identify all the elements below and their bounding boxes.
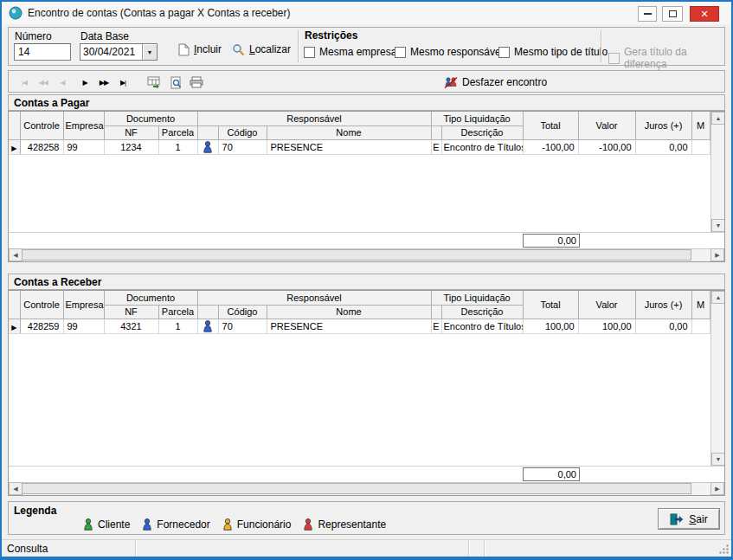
export-grid-button[interactable] — [144, 74, 163, 91]
col-header-tipo-liquidacao: Tipo Liquidação — [431, 291, 523, 305]
indicator-column-header — [9, 112, 20, 139]
sair-label: Sair — [689, 513, 707, 525]
cell-juros: 0,00 — [635, 139, 691, 154]
col-header-descricao: Descrição — [441, 126, 523, 139]
incluir-label: Incluir — [194, 43, 222, 55]
col-header-documento: Documento — [104, 112, 197, 126]
incluir-button[interactable]: Incluir — [178, 38, 222, 61]
table-row[interactable]: ▶ 428259 99 4321 1 70 PRESENCE — [9, 319, 710, 333]
cell-tipo: E — [431, 319, 441, 333]
cell-juros: 0,00 — [635, 319, 691, 333]
cell-valor: -100,00 — [578, 139, 635, 154]
scroll-down-icon[interactable] — [711, 453, 724, 466]
cell-controle: 428258 — [20, 139, 63, 154]
legend-item-cliente: Cliente — [83, 518, 130, 531]
vertical-scrollbar[interactable] — [710, 291, 724, 466]
cell-parcela: 1 — [158, 319, 197, 333]
export-grid-icon — [147, 76, 160, 88]
window-title: Encontro de contas (Contas a pagar X Con… — [28, 7, 291, 19]
nav-fast-next-icon[interactable]: ▶▶ — [95, 74, 113, 91]
col-header-parcela: Parcela — [158, 126, 197, 139]
scroll-left-icon[interactable] — [9, 248, 23, 261]
col-header-empresa: Empresa — [63, 112, 104, 139]
scrollbar-thumb[interactable] — [22, 483, 691, 494]
desfazer-encontro-button[interactable]: Desfazer encontro — [444, 71, 547, 93]
legend-label: Fornecedor — [157, 518, 209, 531]
application-window: Encontro de contas (Contas a pagar X Con… — [0, 0, 733, 560]
checkbox-label: Mesmo tipo de título — [514, 46, 608, 58]
cell-descricao: Encontro de Títulos — [441, 319, 523, 333]
cell-descricao: Encontro de Títulos — [441, 139, 523, 154]
exit-icon — [670, 513, 684, 525]
scroll-left-icon[interactable] — [9, 482, 23, 495]
contas-receber-header: Contas a Receber — [8, 274, 725, 290]
cell-valor: 100,00 — [578, 319, 635, 333]
legend-items: Cliente Fornecedor Funcionário Represent… — [83, 518, 386, 531]
col-header-valor: Valor — [578, 291, 635, 319]
table-row[interactable]: ▶ 428258 99 1234 1 70 PRESENCE — [9, 139, 710, 154]
col-header-parcela: Parcela — [158, 305, 197, 319]
minimize-button[interactable] — [638, 6, 657, 22]
localizar-button[interactable]: Localizar — [232, 38, 291, 61]
separator — [601, 30, 602, 62]
checkbox-label: Mesma empresa — [319, 46, 396, 58]
numero-input[interactable] — [14, 43, 71, 61]
nav-next-icon[interactable]: ▶ — [76, 74, 93, 91]
legend-panel: Legenda Cliente Fornecedor Funcionário — [8, 501, 725, 535]
fornecedor-person-icon — [142, 518, 152, 531]
new-document-icon — [178, 43, 190, 56]
status-panel — [136, 540, 469, 557]
contas-pagar-footer: 0,00 — [9, 232, 724, 248]
scroll-down-icon[interactable] — [711, 219, 724, 232]
resize-grip[interactable] — [718, 544, 730, 555]
cell-codigo: 70 — [218, 139, 267, 154]
horizontal-scrollbar[interactable] — [9, 482, 724, 495]
col-header-tipo — [431, 305, 441, 319]
checkbox-icon[interactable] — [304, 47, 315, 58]
cell-total: 100,00 — [523, 319, 578, 333]
sair-button[interactable]: Sair — [658, 508, 720, 530]
status-mode: Consulta — [2, 540, 136, 557]
representante-person-icon — [303, 518, 313, 531]
desfazer-encontro-icon — [444, 76, 458, 89]
nav-last-icon[interactable]: ▶| — [114, 74, 132, 91]
current-row-indicator: ▶ — [9, 139, 20, 154]
horizontal-scrollbar[interactable] — [9, 248, 724, 261]
checkbox-mesma-empresa[interactable]: Mesma empresa — [304, 46, 396, 58]
close-button[interactable] — [690, 6, 719, 22]
scroll-right-icon[interactable] — [710, 248, 724, 261]
legend-item-funcionario: Funcionário — [222, 518, 292, 531]
combo-dropdown-icon[interactable] — [142, 44, 157, 60]
checkbox-gera-titulo-diferenca: Gera título da diferença — [608, 46, 724, 70]
scroll-up-icon[interactable] — [711, 112, 724, 125]
col-header-responsavel: Responsável — [197, 291, 431, 305]
checkbox-icon[interactable] — [395, 47, 406, 58]
col-header-controle: Controle — [20, 291, 63, 319]
print-preview-button[interactable] — [166, 74, 185, 91]
print-button[interactable] — [187, 74, 206, 91]
vertical-scrollbar[interactable] — [710, 112, 724, 232]
data-base-combobox[interactable]: 30/04/2021 — [80, 43, 158, 61]
checkbox-icon[interactable] — [498, 47, 510, 58]
legend-label: Funcionário — [237, 518, 292, 531]
col-header-multa: M — [691, 291, 710, 319]
col-header-empresa: Empresa — [63, 291, 104, 319]
maximize-button[interactable] — [662, 6, 683, 22]
contas-receber-panel: Controle Empresa Documento Responsável T… — [8, 290, 725, 496]
contas-receber-grid: Controle Empresa Documento Responsável T… — [9, 291, 710, 466]
cell-parcela: 1 — [158, 139, 197, 154]
app-icon — [9, 6, 23, 20]
localizar-label: Localizar — [249, 43, 291, 55]
scrollbar-thumb[interactable] — [22, 249, 691, 261]
col-header-nf: NF — [104, 126, 158, 139]
cell-nf: 4321 — [104, 319, 158, 333]
cell-controle: 428259 — [20, 319, 63, 333]
checkbox-mesmo-tipo-titulo[interactable]: Mesmo tipo de título — [498, 46, 608, 58]
cell-total: -100,00 — [523, 139, 578, 154]
col-header-tipo-liquidacao: Tipo Liquidação — [431, 112, 523, 126]
col-header-responsavel: Responsável — [197, 112, 431, 126]
cell-empresa: 99 — [63, 319, 104, 333]
checkbox-mesmo-responsavel[interactable]: Mesmo responsável — [395, 46, 503, 58]
scroll-up-icon[interactable] — [711, 291, 724, 304]
scroll-right-icon[interactable] — [710, 482, 724, 495]
